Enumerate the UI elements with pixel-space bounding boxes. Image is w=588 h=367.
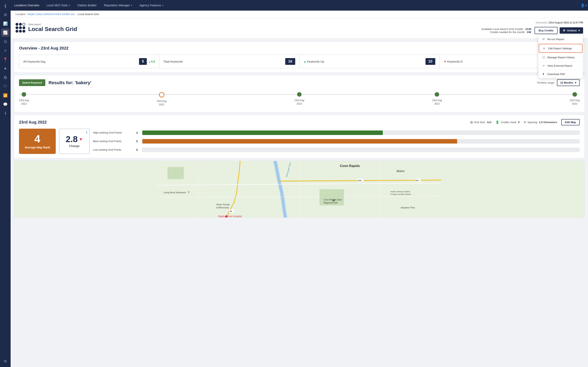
nav-local-seo-tools[interactable]: Local SEO Tools ▾ (43, 0, 73, 11)
signal-icon[interactable]: 📶 (1, 91, 9, 100)
report-title-area: View report: Local Search Grid (16, 23, 77, 33)
timeline-dot-4 (435, 92, 439, 97)
header-actions-row: Buy Credits ⚙ Actions ▾ ↺ Re-run Report (535, 27, 583, 34)
nav-locations-overview[interactable]: Locations Overview (11, 0, 43, 11)
nav-citation-builder[interactable]: Citation Builder (73, 0, 100, 11)
dropdown-edit-settings[interactable]: ✏ Edit Report Settings (539, 44, 582, 53)
dot6 (22, 26, 25, 29)
spacing-label: Spacing: (527, 121, 538, 124)
breadcrumb-location-link[interactable]: Nadia Cakes (NADIACAKES-55369-10) (27, 13, 75, 16)
timeline-button[interactable]: 12 Months ▾ (557, 79, 580, 86)
download-icon: ⬇ (542, 72, 545, 76)
report-header: View report: Local Search Grid Generated… (11, 18, 588, 38)
high-ranking-row: High-ranking Grid Points 4 (93, 131, 580, 135)
map-label-living-word: Living Word Northwest (164, 191, 186, 193)
map-label-hindu-temple2: of Minnesota (216, 206, 229, 209)
dropdown-pdf-label: Download PDF (547, 73, 565, 76)
chevron-down-icon: ▾ (579, 29, 580, 32)
dot1 (16, 23, 18, 26)
timeline-dot-5 (572, 92, 577, 97)
generated-label: Generated: (536, 21, 548, 24)
timeline-track: 23rd Aug2022 23rd Aug2022 23rd Aug2022 2… (19, 90, 580, 106)
timeline-date-3: 23rd Aug2022 (294, 99, 304, 106)
stat-all-label: All Keywords Avg. (23, 60, 46, 63)
info-icon[interactable]: ℹ (1, 109, 9, 117)
grid-icon[interactable]: ⊟ (1, 38, 9, 46)
settings-icon[interactable]: ⚙ (1, 357, 9, 365)
location-icon[interactable]: 📍 (1, 55, 9, 64)
select-keyword-button[interactable]: Select Keyword (19, 79, 45, 86)
chart-line-icon[interactable]: 📈 (1, 29, 9, 37)
stat-all-keywords: All Keywords Avg. 5 0.6 (19, 55, 159, 68)
overview-section: Overview - 23rd Aug 2022 All Keywords Av… (14, 42, 585, 73)
map-label-coon-rapids: Coon Rapids (340, 164, 360, 167)
report-icon (16, 23, 25, 33)
spacing-item: ✛ Spacing: 2.5 Kilometers (523, 120, 557, 124)
keyword-right: Timeline range: 12 Months ▾ (537, 79, 580, 86)
grid-date-title: 23rd Aug 2022 (19, 120, 47, 125)
road-label-81: 81 (230, 210, 232, 212)
timeline-point-2[interactable]: 23rd Aug2022 (156, 92, 166, 106)
dropdown-rerun[interactable]: ↺ Re-run Report (538, 35, 583, 43)
dropdown-view-external[interactable]: ↗ View External Report (538, 62, 583, 70)
change-number: 2.8 ▼ (66, 135, 83, 143)
user-menu[interactable]: 👤 ▾ (579, 0, 588, 11)
dashboard-icon[interactable]: ⊞ (1, 11, 9, 19)
nav-agency-features[interactable]: Agency Features ▾ (136, 0, 167, 11)
chevron-down-icon: ▾ (586, 4, 587, 7)
dot2 (19, 23, 22, 26)
timeline-point-4[interactable]: 23rd Aug2022 (432, 92, 442, 106)
timeline-dot-selected (159, 92, 164, 98)
change-card: ℹ 2.8 ▼ Change (59, 129, 90, 154)
credits-needed-value: 242 (527, 31, 531, 34)
generated-value: 23rd August 2022 at 12:57 PM (549, 21, 583, 24)
dropdown-edit-label: Edit Report Settings (548, 47, 572, 50)
buy-credits-button[interactable]: Buy Credits (535, 27, 558, 34)
history-icon: 🕐 (542, 56, 545, 59)
timeline-point-3[interactable]: 23rd Aug2022 (294, 92, 304, 106)
chat-icon[interactable]: 💬 (1, 100, 9, 108)
shield-icon[interactable]: 🛡 (1, 82, 9, 91)
spacing-icon: ✛ (523, 120, 526, 124)
low-ranking-bar-container (142, 148, 580, 152)
page-content: Location: Nadia Cakes (NADIACAKES-55369-… (11, 11, 588, 367)
google-icon[interactable]: G (1, 73, 9, 82)
dropdown-manage-history[interactable]: 🕐 Manage Report History (538, 53, 583, 62)
med-ranking-row: Med-ranking Grid Points 5 (93, 139, 580, 143)
rerun-icon: ↺ (542, 38, 545, 41)
grid-section: 23rd Aug 2022 ⊞ Grid Size: 3x3 💲 Credits… (14, 115, 585, 158)
stat-up-badge: 10 (425, 58, 435, 65)
dropdown-external-label: View External Report (547, 64, 572, 67)
timeline-point-5[interactable]: 23rd Aug2022 (570, 92, 580, 106)
timeline-point-1[interactable]: 23rd Aug2022 (19, 92, 29, 106)
map-label-hindu-temple: Hindu Temple (216, 203, 230, 206)
edit-map-button[interactable]: Edit Map (561, 119, 580, 125)
chevron-left-icon[interactable]: ❮ (1, 2, 9, 10)
dropdown-rerun-label: Re-run Report (547, 38, 564, 41)
med-ranking-bar-container (142, 139, 580, 143)
top-nav: Locations Overview Local SEO Tools ▾ Cit… (11, 0, 588, 11)
spacing-value: 2.5 Kilometers (539, 121, 557, 124)
timeline-date-5: 23rd Aug2022 (570, 99, 580, 106)
grid-size-icon: ⊞ (470, 120, 473, 124)
user-icon: 👤 (581, 3, 585, 7)
chevron-down-icon: ▾ (69, 4, 70, 7)
actions-button[interactable]: ⚙ Actions ▾ (560, 27, 583, 34)
info-icon[interactable]: ℹ (86, 131, 87, 134)
nav-reputation-manager[interactable]: Reputation Manager ▾ (100, 0, 136, 11)
list-icon[interactable]: ≡ (1, 47, 9, 55)
credits-used-value: 9 (518, 121, 519, 124)
credits-used-label: Credits Used: (501, 121, 517, 124)
credits-needed-label: Credits needed for the month: (490, 31, 525, 34)
high-ranking-bar (142, 131, 383, 135)
chevron-down-icon: ▾ (131, 4, 132, 7)
high-ranking-value: 4 (135, 131, 139, 134)
dropdown-download-pdf[interactable]: ⬇ Download PDF (538, 70, 583, 78)
road-label-610: 610 (358, 179, 362, 182)
map-label-coon-rapids-dam2: Regional Park (324, 201, 338, 204)
map-label-maple-grove: Maple Grove Hospital (218, 215, 242, 217)
chart-bar-icon[interactable]: 📊 (1, 20, 9, 28)
select-keyword-label: Select Keyword (22, 81, 42, 84)
church-icon: ✝ (187, 191, 190, 194)
star-check-icon[interactable]: ★ (1, 64, 9, 73)
